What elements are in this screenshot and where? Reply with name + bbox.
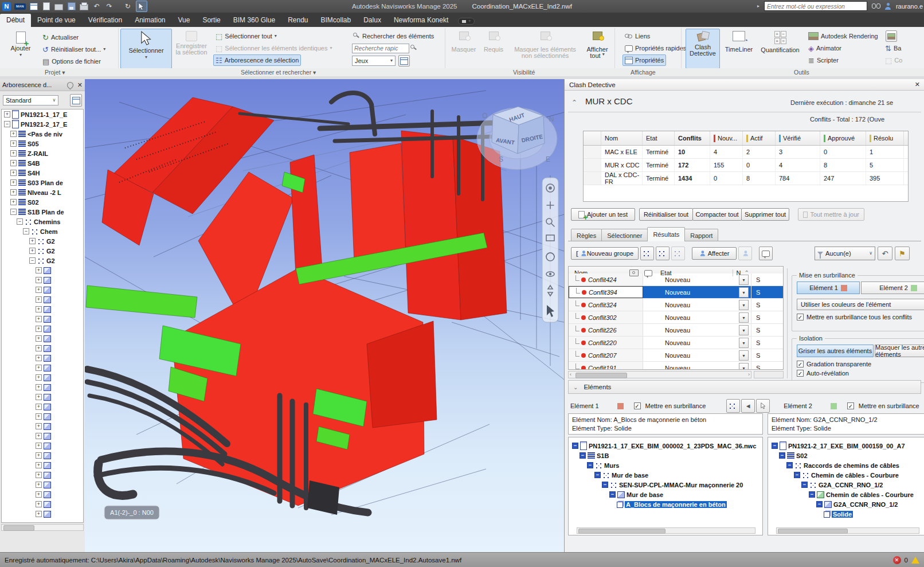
file-options-button[interactable]: ▤ Options de fichier	[40, 56, 103, 67]
search-collapse-icon[interactable]: ▸	[757, 4, 759, 9]
state-dropdown-icon[interactable]: ▾	[739, 275, 749, 285]
tree-item[interactable]: −Chem	[2, 226, 83, 236]
conflict-row[interactable]: Conflit220Nouveau▾S	[569, 337, 783, 349]
new-group-button[interactable]: [ Nouveau groupe	[571, 247, 639, 260]
expander-icon[interactable]: +	[36, 316, 42, 322]
assign-button[interactable]: Affecter	[692, 247, 737, 260]
tests-row-selector[interactable]	[584, 146, 601, 158]
tab-regles[interactable]: Règles	[571, 229, 602, 241]
tab-bim-360-glue[interactable]: BIM 360 Glue	[227, 14, 281, 27]
quick-properties-button[interactable]: Propriétés rapides	[622, 42, 688, 54]
tab-sortie[interactable]: Sortie	[196, 14, 226, 27]
expander-icon[interactable]: +	[36, 472, 42, 478]
element1-tree-hscrollbar[interactable]	[577, 527, 755, 534]
element-tree-item[interactable]: −G2A_CCNR_RNO_1/2	[768, 499, 924, 509]
tab-d-but[interactable]: Début	[0, 14, 31, 27]
tree-item[interactable]: +S4B	[2, 158, 83, 168]
tree-item[interactable]: +	[2, 295, 83, 304]
tree-item[interactable]: +	[2, 265, 83, 275]
expander-icon[interactable]: +	[10, 199, 17, 205]
timeliner-button[interactable]: TimeLiner	[721, 29, 757, 69]
scripter-button[interactable]: ≣ Scripter	[806, 54, 841, 66]
animator-button[interactable]: ◈ Animator	[806, 42, 844, 54]
expander-icon[interactable]: +	[36, 287, 42, 293]
transparent-dimming-checkbox[interactable]: ✓	[797, 361, 804, 367]
use-item-colors-button[interactable]: Utiliser les couleurs de l'élément	[797, 299, 924, 310]
element-tree-item[interactable]: −PN1921-1_17_EXE_BIM_000002_1_23PDS_MAC_…	[569, 441, 762, 451]
sets-dropdown[interactable]: Jeux▾	[352, 56, 396, 66]
dock-windows-icon[interactable]	[29, 2, 38, 11]
conflict-state-cell[interactable]: Nouveau▾	[643, 273, 751, 286]
expander-icon[interactable]: −	[801, 482, 808, 488]
expander-icon[interactable]: +	[36, 374, 42, 381]
search-binoculars-icon[interactable]	[872, 3, 880, 9]
expander-icon[interactable]: +	[36, 335, 42, 342]
expander-icon[interactable]: +	[36, 296, 42, 303]
expander-icon[interactable]: +	[36, 326, 42, 332]
quantification-button[interactable]: +−×= Quantification	[757, 29, 804, 69]
print-icon[interactable]	[80, 2, 89, 11]
partial-tool-2[interactable]: ⬚ Co	[883, 54, 905, 66]
expander-icon[interactable]: +	[36, 306, 42, 312]
element-tree-item[interactable]: −S1B	[569, 451, 762, 460]
tree-item[interactable]: +	[2, 334, 83, 343]
expander-icon[interactable]: +	[10, 150, 17, 157]
viewport-3d-scene[interactable]: HAUT AVANT DROITE ON SE A1(-2)-_0 : N00	[85, 79, 564, 552]
tests-col-2[interactable]: Conflits	[675, 131, 710, 145]
refresh-icon[interactable]: ↻	[123, 2, 132, 11]
tree-preset-dropdown[interactable]: Standard∨	[3, 95, 58, 105]
element2-highlight-checkbox[interactable]: ✓	[847, 402, 854, 409]
group-add-button[interactable]	[656, 247, 669, 260]
expander-icon[interactable]: −	[23, 228, 29, 234]
error-badge-icon[interactable]: ✕	[893, 556, 901, 564]
tests-col-7[interactable]: Résolu	[866, 131, 904, 145]
tree-item[interactable]: +	[2, 353, 83, 363]
tests-row-selector[interactable]	[584, 159, 601, 171]
expander-icon[interactable]: +	[36, 404, 42, 410]
tab-resultats[interactable]: Résultats	[647, 227, 685, 241]
expander-icon[interactable]: +	[36, 433, 42, 439]
highlight-element1-button[interactable]: Elément 1	[797, 281, 860, 294]
tree-item[interactable]: −S1B Plan de	[2, 207, 83, 217]
expander-icon[interactable]: +	[10, 160, 17, 166]
ribbon-display-options[interactable]: ▾	[458, 18, 475, 25]
element2-tree-hscrollbar[interactable]	[776, 527, 919, 534]
tab-vue[interactable]: Vue	[172, 14, 197, 27]
tests-row-selector[interactable]	[584, 172, 601, 185]
conflict-name-cell[interactable]: Conflit220	[569, 337, 643, 349]
select-element-button[interactable]	[756, 399, 770, 413]
expander-icon[interactable]: +	[10, 179, 17, 186]
tree-item[interactable]: +	[2, 431, 83, 441]
tree-item[interactable]: +	[2, 324, 83, 334]
tab-v-rification[interactable]: Vérification	[82, 14, 128, 27]
element-tree-item[interactable]: Solide	[768, 509, 924, 519]
expander-icon[interactable]: −	[17, 218, 23, 225]
require-button[interactable]: Requis	[479, 29, 508, 69]
expander-icon[interactable]: +	[36, 511, 42, 517]
quick-find-icon[interactable]	[410, 45, 417, 52]
tab-point-de-vue[interactable]: Point de vue	[31, 14, 82, 27]
tests-row[interactable]: MUR x CDCTerminé1721550485	[584, 159, 908, 172]
expander-icon[interactable]: −	[602, 482, 608, 488]
expander-icon[interactable]: −	[786, 462, 793, 468]
warning-icon[interactable]	[911, 557, 919, 564]
tree-item[interactable]: +	[2, 441, 83, 451]
tree-item[interactable]: +	[2, 382, 83, 392]
tree-item[interactable]: +S05	[2, 139, 83, 148]
user-avatar-icon[interactable]	[885, 3, 891, 10]
app-manager-button[interactable]	[886, 30, 897, 42]
tab-rapport[interactable]: Rapport	[684, 229, 718, 241]
highlight-all-checkbox[interactable]: ✓	[797, 314, 804, 320]
element-tree-item[interactable]: −Mur de base	[569, 490, 762, 499]
conflict-row[interactable]: Conflit394Nouveau▾S	[569, 286, 783, 299]
auto-reveal-checkbox[interactable]: ✓	[797, 370, 804, 377]
highlight-element2-button[interactable]: Elément 2	[861, 281, 924, 294]
test-collapse-icon[interactable]: ⌃	[571, 99, 577, 107]
expander-icon[interactable]: −	[4, 121, 10, 127]
tree-item[interactable]: +	[2, 412, 83, 421]
links-button[interactable]: Liens	[622, 30, 652, 42]
expander-icon[interactable]: −	[609, 491, 616, 498]
conflict-row[interactable]: Conflit207Nouveau▾S	[569, 349, 783, 362]
element-tree-item[interactable]: −Chemin de câbles - Courbure	[768, 490, 924, 499]
element-tree-item[interactable]: −Chemin de câbles - Courbure	[768, 470, 924, 480]
